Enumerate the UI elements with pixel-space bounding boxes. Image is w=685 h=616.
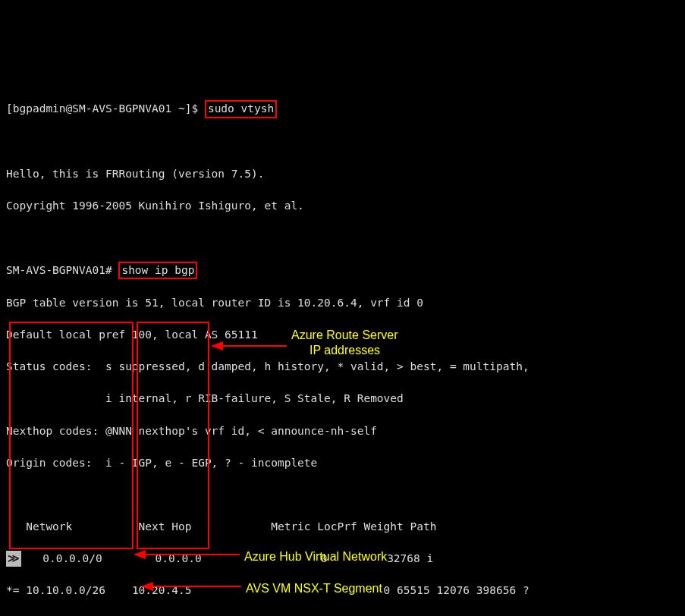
annotation-hub-vnet-label: Azure Hub Virtual Network bbox=[244, 548, 387, 565]
bgp-header-line-3: Status codes: s suppressed, d damped, h … bbox=[6, 359, 679, 375]
bgp-header-line-5: Nexthop codes: @NNN nexthop's vrf id, < … bbox=[6, 423, 679, 439]
frr-banner-line-1: Hello, this is FRRouting (version 7.5). bbox=[6, 166, 679, 182]
blank-line bbox=[6, 487, 679, 503]
blank-line bbox=[6, 134, 679, 150]
bgp-header-line-6: Origin codes: i - IGP, e - EGP, ? - inco… bbox=[6, 455, 679, 471]
terminal-window[interactable]: [bgpadmin@SM-AVS-BGPNVA01 ~]$ sudo vtysh… bbox=[6, 68, 679, 616]
shell-prompt-1: [bgpadmin@SM-AVS-BGPNVA01 ~]$ bbox=[6, 102, 205, 115]
scroll-indicator: ≫ bbox=[6, 551, 21, 567]
command-show-ip-bgp: show ip bgp bbox=[118, 262, 197, 280]
blank-line bbox=[6, 230, 679, 246]
command-sudo-vtysh: sudo vtysh bbox=[205, 100, 277, 118]
bgp-column-header: Network Next Hop Metric LocPrf Weight Pa… bbox=[6, 519, 679, 535]
annotation-avs-segment-label: AVS VM NSX-T Segment bbox=[246, 580, 382, 597]
shell-prompt-line-1: [bgpadmin@SM-AVS-BGPNVA01 ~]$ sudo vtysh bbox=[6, 100, 679, 118]
vtysh-prompt: SM-AVS-BGPNVA01# bbox=[6, 264, 118, 276]
frr-banner-line-2: Copyright 1996-2005 Kunihiro Ishiguro, e… bbox=[6, 198, 679, 214]
vtysh-prompt-line: SM-AVS-BGPNVA01# show ip bgp bbox=[6, 262, 679, 280]
annotation-route-server-label2: IP addresses bbox=[310, 341, 380, 359]
bgp-header-line-1: BGP table version is 51, local router ID… bbox=[6, 295, 679, 311]
bgp-header-line-4: i internal, r RIB-failure, S Stale, R Re… bbox=[6, 391, 679, 407]
